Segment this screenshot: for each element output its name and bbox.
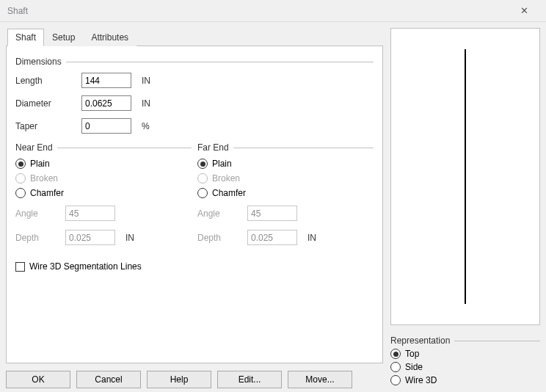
near-angle-label: Angle: [15, 208, 59, 219]
radio-icon: [390, 375, 401, 385]
divider: [57, 148, 192, 148]
radio-icon: [15, 188, 26, 198]
rep-side-radio[interactable]: Side: [390, 362, 540, 372]
divider: [454, 341, 540, 341]
group-near-end-label: Near End: [15, 142, 53, 153]
near-depth-label: Depth: [15, 233, 59, 243]
near-broken-label: Broken: [30, 173, 58, 184]
far-broken-radio: Broken: [197, 173, 374, 184]
ok-button[interactable]: OK: [6, 371, 70, 388]
divider: [66, 62, 374, 62]
tab-attributes-label: Attributes: [91, 32, 128, 43]
edit-button[interactable]: Edit...: [217, 371, 282, 388]
group-representation-label: Representation: [390, 335, 450, 346]
group-dimensions: Dimensions Length IN Diameter IN Taper %: [15, 57, 374, 134]
taper-unit: %: [142, 121, 164, 131]
help-button[interactable]: Help: [147, 371, 211, 388]
group-far-end-label: Far End: [197, 142, 229, 153]
far-angle-label: Angle: [197, 208, 241, 219]
radio-icon: [197, 173, 208, 184]
close-icon[interactable]: ✕: [509, 5, 539, 16]
tabpanel-shaft: Dimensions Length IN Diameter IN Taper %: [6, 46, 383, 363]
near-angle-input: [65, 206, 115, 221]
divider: [233, 148, 374, 148]
preview-pane: [390, 28, 540, 325]
tabbar: Shaft Setup Attributes: [6, 29, 383, 46]
rep-top-label: Top: [405, 349, 419, 359]
dialog-shaft: Shaft ✕ Shaft Setup Attributes Dimension…: [0, 0, 546, 392]
shaft-preview-line: [465, 49, 466, 304]
diameter-input[interactable]: [81, 95, 131, 111]
tab-setup[interactable]: Setup: [44, 29, 83, 46]
length-input[interactable]: [81, 73, 131, 88]
taper-input[interactable]: [81, 118, 131, 134]
wire3d-segmentation-checkbox[interactable]: Wire 3D Segmentation Lines: [15, 261, 374, 272]
near-chamfer-label: Chamfer: [30, 188, 64, 198]
far-depth-label: Depth: [197, 233, 241, 243]
far-chamfer-radio[interactable]: Chamfer: [197, 188, 374, 198]
diameter-label: Diameter: [15, 98, 76, 109]
far-plain-label: Plain: [212, 159, 232, 169]
near-chamfer-radio[interactable]: Chamfer: [15, 188, 192, 198]
wire3d-segmentation-label: Wire 3D Segmentation Lines: [29, 261, 142, 272]
window-title: Shaft: [7, 6, 28, 16]
rep-side-label: Side: [405, 362, 423, 372]
group-far-end: Far End Plain Broken Chamfer: [197, 139, 374, 245]
length-label: Length: [15, 76, 76, 86]
group-near-end: Near End Plain Broken Chamfer: [15, 139, 192, 245]
checkbox-icon: [15, 262, 25, 272]
radio-icon: [390, 362, 401, 372]
taper-label: Taper: [15, 121, 76, 131]
move-button-label: Move...: [305, 374, 334, 385]
far-depth-input: [247, 230, 297, 245]
length-unit: IN: [142, 76, 164, 86]
tab-shaft[interactable]: Shaft: [7, 29, 44, 46]
radio-icon: [390, 349, 401, 359]
rep-wire3d-label: Wire 3D: [405, 375, 437, 385]
radio-icon: [197, 159, 208, 169]
near-plain-radio[interactable]: Plain: [15, 159, 192, 169]
titlebar: Shaft ✕: [0, 0, 546, 22]
near-depth-input: [65, 230, 115, 245]
cancel-button-label: Cancel: [95, 374, 122, 385]
group-representation: Representation Top Side Wire 3D: [390, 333, 540, 388]
far-broken-label: Broken: [212, 173, 240, 184]
diameter-unit: IN: [142, 98, 164, 109]
button-bar: OK Cancel Help Edit... Move...: [6, 363, 383, 388]
tab-shaft-label: Shaft: [15, 32, 36, 43]
cancel-button[interactable]: Cancel: [76, 371, 141, 388]
near-depth-unit: IN: [125, 233, 148, 243]
tab-setup-label: Setup: [52, 32, 75, 43]
far-angle-input: [247, 206, 297, 221]
rep-wire3d-radio[interactable]: Wire 3D: [390, 375, 540, 385]
help-button-label: Help: [170, 374, 189, 385]
group-dimensions-label: Dimensions: [15, 57, 62, 67]
tab-attributes[interactable]: Attributes: [83, 29, 136, 46]
radio-icon: [15, 159, 26, 169]
edit-button-label: Edit...: [239, 374, 261, 385]
rep-top-radio[interactable]: Top: [390, 349, 540, 359]
move-button[interactable]: Move...: [288, 371, 352, 388]
far-plain-radio[interactable]: Plain: [197, 159, 374, 169]
ok-button-label: OK: [32, 374, 44, 385]
near-broken-radio: Broken: [15, 173, 192, 184]
far-depth-unit: IN: [307, 233, 330, 243]
near-plain-label: Plain: [30, 159, 50, 169]
radio-icon: [15, 173, 26, 184]
far-chamfer-label: Chamfer: [212, 188, 246, 198]
radio-icon: [197, 188, 208, 198]
